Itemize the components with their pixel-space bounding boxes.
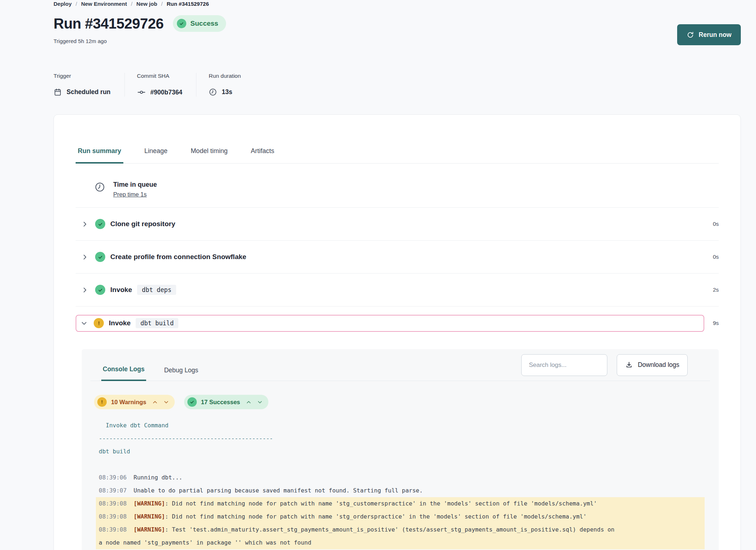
log-line: 08:39:08 [WARNING]: Test 'test.admin_mat… — [96, 523, 705, 549]
success-icon — [95, 285, 105, 295]
log-summary-badges: 10 Warnings 17 Successes — [94, 395, 710, 409]
successes-badge-label: 17 Successes — [201, 399, 240, 406]
prep-time-link[interactable]: Prep time 1s — [113, 191, 157, 198]
log-line: ----------------------------------------… — [96, 432, 705, 445]
git-commit-icon — [137, 88, 146, 97]
run-detail-page: Deploy / New Environment / New job / Run… — [0, 0, 756, 550]
log-toolbar: Console Logs Debug Logs Download logs — [90, 349, 710, 381]
log-line: 08:39:06 Running dbt... — [96, 471, 705, 484]
breadcrumb-new-environment[interactable]: New Environment — [81, 1, 127, 7]
log-lines: Invoke dbt Command----------------------… — [96, 419, 705, 549]
breadcrumb-new-job[interactable]: New job — [136, 1, 157, 7]
duration-label: Run duration — [209, 73, 241, 79]
chevron-right-icon[interactable] — [82, 221, 88, 227]
log-line: 08:39:07 Unable to do partial parsing be… — [96, 484, 705, 497]
breadcrumb: Deploy / New Environment / New job / Run… — [0, 0, 756, 7]
success-icon — [95, 219, 105, 229]
breadcrumb-current-run: Run #341529726 — [167, 1, 209, 7]
rerun-now-button[interactable]: Rerun now — [677, 24, 741, 45]
calendar-icon — [54, 88, 62, 96]
time-in-queue-title: Time in queue — [113, 181, 157, 189]
log-line: 08:39:08 [WARNING]: Did not find matchin… — [96, 510, 705, 523]
step-row-create-profile[interactable]: Create profile from connection Snowflake… — [76, 241, 719, 274]
command-chip: dbt build — [136, 318, 178, 328]
tab-model-timing[interactable]: Model timing — [188, 142, 230, 163]
breadcrumb-deploy[interactable]: Deploy — [54, 1, 72, 7]
chevron-right-icon[interactable] — [82, 287, 88, 293]
warnings-badge-label: 10 Warnings — [111, 399, 146, 406]
run-meta: Trigger Scheduled run Commit SHA #900b73… — [54, 73, 741, 97]
run-summary-card: Run summary Lineage Model timing Artifac… — [54, 114, 741, 550]
chevron-right-icon[interactable] — [82, 254, 88, 260]
time-in-queue: Time in queue Prep time 1s — [76, 164, 719, 208]
download-logs-button[interactable]: Download logs — [617, 354, 688, 376]
breadcrumb-separator: / — [76, 1, 77, 7]
step-duration: 0s — [713, 254, 719, 260]
step-row-invoke-dbt-deps[interactable]: Invoke dbt deps 2s — [76, 274, 719, 306]
log-line: dbt build — [96, 445, 705, 458]
step-title: Invoke — [109, 319, 131, 327]
breadcrumb-separator: / — [131, 1, 132, 7]
breadcrumb-separator: / — [161, 1, 163, 7]
triggered-timestamp: Triggered 5h 12m ago — [54, 38, 226, 44]
chevron-down-icon[interactable] — [257, 399, 263, 405]
trigger-label: Trigger — [54, 73, 111, 79]
step-title: Invoke — [110, 286, 132, 294]
download-logs-label: Download logs — [638, 361, 679, 369]
tab-artifacts[interactable]: Artifacts — [249, 142, 276, 163]
search-logs-input[interactable] — [521, 354, 607, 376]
rerun-now-label: Rerun now — [699, 31, 731, 39]
warning-icon — [94, 318, 104, 328]
duration-value: 13s — [222, 88, 232, 96]
step-duration: 0s — [713, 221, 719, 227]
check-circle-icon — [187, 397, 197, 407]
check-circle-icon — [177, 19, 186, 28]
download-icon — [625, 361, 633, 369]
commit-label: Commit SHA — [137, 73, 183, 79]
log-line: Invoke dbt Command — [96, 419, 705, 432]
commit-value: #900b7364 — [150, 89, 183, 96]
status-badge: Success — [173, 15, 226, 32]
successes-badge: 17 Successes — [184, 395, 268, 409]
step-row-clone-git-repository[interactable]: Clone git repository 0s — [76, 208, 719, 241]
tab-debug-logs[interactable]: Debug Logs — [163, 367, 200, 381]
warnings-badge: 10 Warnings — [94, 395, 175, 409]
success-icon — [95, 252, 105, 262]
step-row-invoke-dbt-build: Invoke dbt build 9s — [76, 306, 719, 340]
log-line: 08:39:08 [WARNING]: Did not find matchin… — [96, 497, 705, 510]
tab-lineage[interactable]: Lineage — [142, 142, 170, 163]
chevron-up-icon[interactable] — [246, 399, 251, 405]
run-tabs: Run summary Lineage Model timing Artifac… — [76, 115, 719, 164]
tab-run-summary[interactable]: Run summary — [76, 142, 123, 164]
meta-trigger: Trigger Scheduled run — [54, 73, 124, 97]
clock-icon — [209, 88, 217, 96]
command-chip: dbt deps — [137, 285, 176, 295]
tab-console-logs[interactable]: Console Logs — [101, 365, 146, 381]
step-title: Clone git repository — [110, 220, 175, 228]
log-line — [96, 458, 705, 471]
clock-icon — [94, 182, 105, 198]
trigger-value: Scheduled run — [67, 88, 111, 96]
page-header: Run #341529726 Success Triggered 5h 12m … — [0, 7, 756, 45]
step-duration: 2s — [713, 287, 719, 293]
refresh-icon — [687, 31, 694, 39]
chevron-up-icon[interactable] — [152, 399, 158, 405]
step-duration: 9s — [713, 320, 719, 326]
meta-duration: Run duration 13s — [196, 73, 255, 97]
chevron-down-icon[interactable] — [81, 320, 87, 326]
console-log-panel: Console Logs Debug Logs Download logs — [82, 349, 719, 550]
warning-icon — [97, 397, 107, 407]
step-title: Create profile from connection Snowflake — [110, 253, 246, 261]
page-title: Run #341529726 — [54, 15, 163, 32]
chevron-down-icon[interactable] — [163, 399, 169, 405]
meta-commit: Commit SHA #900b7364 — [124, 73, 196, 97]
status-badge-label: Success — [190, 20, 218, 28]
step-expanded-header[interactable]: Invoke dbt build — [76, 315, 704, 332]
